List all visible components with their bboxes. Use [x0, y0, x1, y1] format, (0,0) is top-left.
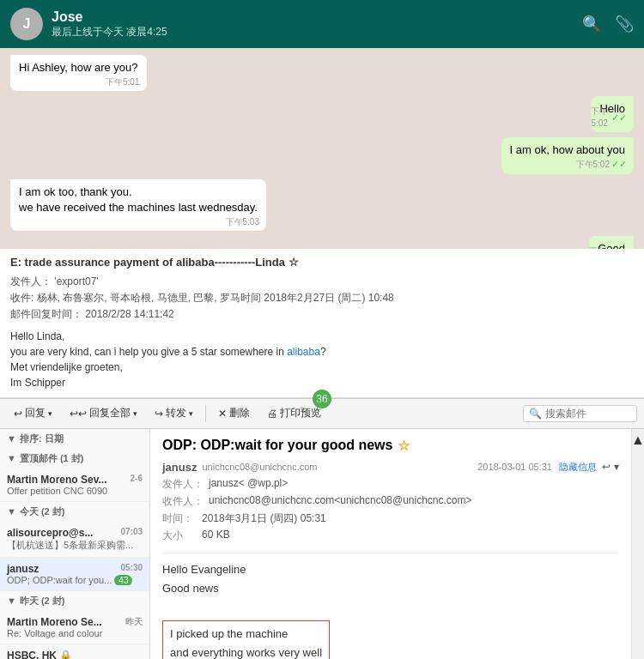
email-content-subject: ODP: ODP:wait for your good news ☆: [162, 438, 619, 454]
email-from-sender: janusz: [162, 461, 197, 474]
email-top-meta: 发件人： 'export07' 收件: 杨林, 布鲁塞尔, 哥本哈根, 马德里,…: [10, 274, 634, 323]
search-input[interactable]: [545, 408, 631, 420]
chat-bubble: Hello下午5:02✓✓: [591, 96, 634, 132]
bubble-time: 下午5:02✓✓: [591, 106, 627, 130]
from-value: 'export07': [54, 275, 98, 287]
chat-bubble: Good下午5:03✓✓: [589, 236, 634, 249]
pinned-header: ▼ 置顶邮件 (1 封): [0, 449, 149, 469]
yesterday-label: 昨天 (2 封): [20, 595, 65, 608]
size-row: 大小 60 KB: [162, 529, 619, 543]
body-line: Good news: [162, 579, 619, 598]
to-value: 杨林, 布鲁塞尔, 哥本哈根, 马德里, 巴黎, 罗马时间 2018年2月27日…: [37, 292, 394, 304]
from-row: 发件人： janusz< @wp.pl>: [162, 477, 619, 492]
bubble-time: 下午5:03: [226, 216, 259, 228]
reply-arrow: ▾: [48, 409, 52, 418]
header-info: Jose 最后上线于今天 凌晨4:25: [52, 9, 574, 39]
reply-all-button[interactable]: ↩↩ 回复全部 ▾: [63, 402, 144, 424]
reply-all-arrow: ▾: [133, 409, 137, 418]
highlight-box: I picked up the machineand everything wo…: [162, 620, 330, 659]
reply-icon: ↩: [14, 408, 22, 420]
scroll-up-btn[interactable]: ▲: [631, 432, 644, 448]
delete-label: 删除: [229, 406, 250, 420]
bubble-text: I am ok too, thank you. we have received…: [19, 185, 258, 214]
reply-button[interactable]: ↩ 回复 ▾: [7, 402, 59, 424]
email-top-body: Hello Linda, you are very kind, can i he…: [10, 329, 634, 390]
email-top-section: E: trade assurance payment of alibaba---…: [0, 249, 644, 398]
toolbar-search: 🔍: [523, 405, 637, 422]
avatar: J: [10, 8, 43, 40]
to-row: 收件人： unichcnc08@unichcnc.com<unichcnc08@…: [162, 494, 619, 509]
email-top-subject: E: trade assurance payment of alibaba---…: [10, 256, 634, 269]
delete-icon: ✕: [218, 408, 227, 420]
time-full: 2018年3月1日 (周四) 05:31: [202, 511, 326, 526]
today-header: ▼ 今天 (2 封): [0, 502, 149, 522]
sort-header: ▼ 排序: 日期: [0, 429, 149, 449]
reply-action-icon[interactable]: ↩: [602, 461, 611, 473]
pinned-expand-icon[interactable]: ▼: [7, 453, 16, 463]
chat-bubble: Hi Ashley, how are you?下午5:01: [10, 55, 147, 91]
print-icon: 🖨: [267, 408, 277, 420]
sidebar-item-janusz[interactable]: janusz 05:30 ODP; ODP:wait for you... 43: [0, 558, 149, 591]
hide-link[interactable]: 隐藏信息: [559, 461, 597, 474]
forward-arrow: ▾: [189, 409, 193, 418]
sender-name-4: Martin Moreno Se...: [7, 616, 102, 628]
contact-name: Jose: [52, 9, 574, 25]
body-line: Hello Evangeline: [162, 560, 619, 579]
forward-label: 转发: [166, 406, 186, 420]
attachment-icon[interactable]: 📎: [615, 15, 634, 33]
star-icon[interactable]: ☆: [398, 438, 410, 454]
email-client: ▼ 排序: 日期 ▼ 置顶邮件 (1 封) Martin Moreno Sev.…: [0, 429, 644, 659]
sent-value: 2018/2/28 14:11:42: [85, 308, 173, 320]
pinned-label: 置顶邮件 (1 封): [20, 452, 84, 465]
sort-label: 排序: 日期: [20, 432, 64, 445]
today-label: 今天 (2 封): [20, 505, 65, 518]
bubble-time: 下午5:03✓✓: [589, 245, 627, 249]
time-row: 时间： 2018年3月1日 (周四) 05:31: [162, 511, 619, 526]
item-date-3: 05:30: [120, 563, 143, 575]
alibaba-link[interactable]: alibaba: [287, 346, 320, 358]
chat-bubble: I am ok too, thank you. we have received…: [10, 179, 266, 231]
search-icon-toolbar: 🔍: [529, 408, 542, 420]
email-sidebar: ▼ 排序: 日期 ▼ 置顶邮件 (1 封) Martin Moreno Sev.…: [0, 429, 150, 659]
highlight-line: I picked up the machine: [170, 625, 322, 644]
email-content-body: Hello EvangelineGood newsI picked up the…: [162, 560, 619, 659]
item-preview: Offer petition CNC 6090: [7, 486, 140, 496]
sender-name-3: janusz: [7, 563, 39, 575]
whatsapp-section: J Jose 最后上线于今天 凌晨4:25 🔍 📎 Hi Ashley, how…: [0, 0, 644, 249]
yesterday-expand-icon[interactable]: ▼: [7, 596, 16, 606]
sidebar-item-martin-yesterday[interactable]: Martin Moreno Se... 昨天 Re: Voltage and c…: [0, 611, 149, 644]
reply-all-icon: ↩↩: [70, 408, 87, 420]
contact-status: 最后上线于今天 凌晨4:25: [52, 25, 574, 39]
body-line-2: you are very kind, can i help you give a…: [10, 346, 326, 358]
item-date-2: 07:03: [120, 527, 143, 539]
sort-icon: ▼: [7, 433, 16, 444]
bubble-text: I am ok, how about you: [510, 143, 625, 156]
bubble-time: 下午5:02✓✓: [576, 158, 627, 171]
bubble-text: Hi Ashley, how are you?: [19, 61, 138, 74]
sidebar-item-martin-pinned[interactable]: Martin Moreno Sev... 2-6 Offer petition …: [0, 469, 149, 502]
subject-text: ODP: ODP:wait for your good news: [162, 438, 392, 453]
header-icons: 🔍 📎: [582, 15, 634, 33]
item-preview-3: ODP; ODP:wait for you... 43: [7, 575, 140, 585]
more-actions-icon[interactable]: ▾: [614, 461, 619, 473]
bubble-time: 下午5:01: [106, 76, 139, 88]
today-expand-icon[interactable]: ▼: [7, 506, 16, 517]
email-sent-time: 2018-03-01 05:31: [477, 462, 552, 472]
item-date-4: 昨天: [125, 616, 143, 628]
from-full: janusz< @wp.pl>: [209, 477, 288, 492]
yesterday-header: ▼ 昨天 (2 封): [0, 591, 149, 611]
forward-button[interactable]: ↪ 转发 ▾: [148, 402, 200, 424]
unread-badge: 36: [313, 390, 331, 408]
search-icon[interactable]: 🔍: [582, 15, 601, 33]
item-preview-2: 【机杭迷送】5条最新采购需...: [7, 539, 140, 552]
reply-label: 回复: [25, 406, 46, 420]
sidebar-item-alisource[interactable]: alisourcepro@s... 07:03 【机杭迷送】5条最新采购需...: [0, 522, 149, 558]
body-line-3: Met vriendelijke groeten,: [10, 361, 123, 373]
whatsapp-header: J Jose 最后上线于今天 凌晨4:25 🔍 📎: [0, 0, 644, 48]
sent-label: 邮件回复时间：: [10, 308, 82, 320]
body-line-4: Im Schipper: [10, 377, 65, 389]
to-label: 收件:: [10, 292, 37, 304]
delete-button[interactable]: ✕ 删除: [211, 402, 257, 424]
sidebar-item-hsbc[interactable]: HSBC. HK 🔒 Inward Remittance Swift Ad...: [0, 644, 149, 659]
item-preview-4: Re: Voltage and colour: [7, 628, 140, 638]
